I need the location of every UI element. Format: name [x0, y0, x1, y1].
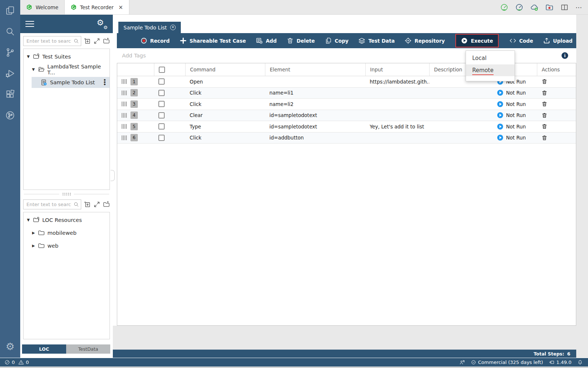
cell-input[interactable]: https://lambdatest.gith...	[365, 76, 429, 87]
new-item-icon[interactable]	[84, 201, 91, 208]
suites-search-input[interactable]	[23, 36, 81, 46]
drag-handle-icon[interactable]	[122, 91, 127, 95]
drag-handle-icon[interactable]	[122, 124, 127, 129]
panel-splitter[interactable]	[20, 191, 113, 197]
cell-description[interactable]	[429, 88, 493, 99]
settings-gear-icon[interactable]: ⚙	[0, 335, 20, 358]
delete-step-icon[interactable]	[541, 90, 548, 96]
editor-tab-sample-todo-list[interactable]: Sample Todo List ✕	[118, 22, 181, 33]
test-hub-icon[interactable]	[0, 105, 20, 126]
cell-input[interactable]	[365, 99, 429, 110]
row-checkbox[interactable]	[158, 112, 165, 118]
cell-input[interactable]: Yey, Let's add it to list	[365, 121, 429, 132]
run-step-icon[interactable]	[497, 101, 503, 107]
new-folder-icon[interactable]	[103, 201, 110, 208]
drag-handle-icon[interactable]	[122, 113, 127, 118]
cell-element[interactable]	[265, 76, 365, 87]
delete-step-icon[interactable]	[541, 101, 548, 107]
cell-input[interactable]	[365, 110, 429, 121]
tab-loc[interactable]: LOC	[22, 344, 66, 354]
row-checkbox[interactable]	[158, 101, 165, 107]
caret-down-icon[interactable]: ▼	[26, 218, 30, 222]
files-icon[interactable]	[0, 0, 20, 21]
cell-input[interactable]	[365, 132, 429, 144]
recorder-folder-icon[interactable]	[545, 3, 553, 11]
kebab-menu-icon[interactable]: •••	[103, 79, 107, 86]
cell-command[interactable]: Click	[185, 132, 265, 144]
add-button[interactable]: Add	[256, 37, 277, 44]
run-step-icon[interactable]	[497, 90, 503, 96]
cell-command[interactable]: Open	[185, 76, 265, 87]
upload-button[interactable]: Upload	[543, 37, 573, 44]
errors-indicator[interactable]: 0	[4, 360, 15, 365]
repository-button[interactable]: Repository	[405, 37, 445, 44]
splitter-grip[interactable]	[62, 192, 71, 196]
drag-handle-icon[interactable]	[122, 102, 127, 106]
delete-step-icon[interactable]	[541, 78, 548, 85]
close-icon[interactable]: ×	[118, 4, 123, 11]
delete-button[interactable]: Delete	[287, 37, 315, 44]
run-step-icon[interactable]	[497, 112, 503, 118]
resources-search-input[interactable]	[23, 199, 81, 209]
shareable-test-case-button[interactable]: Shareable Test Case	[180, 37, 246, 44]
tab-welcome[interactable]: Welcome	[20, 0, 65, 14]
speed-gauge-icon[interactable]	[515, 3, 523, 11]
tree-item-lambdatest-sample[interactable]: ▼ LambdaTest Sample T...	[24, 64, 110, 75]
feedback-person-icon[interactable]	[459, 360, 465, 365]
tree-item-test-suites[interactable]: ▼ Test Suites	[24, 51, 110, 62]
source-control-icon[interactable]	[0, 42, 20, 63]
copy-button[interactable]: Copy	[325, 37, 349, 44]
row-checkbox[interactable]	[158, 90, 165, 96]
code-button[interactable]: Code	[509, 37, 533, 44]
menu-icon[interactable]	[25, 19, 34, 28]
info-icon[interactable]: i	[562, 52, 568, 59]
delete-step-icon[interactable]	[541, 123, 548, 130]
add-tags-input[interactable]	[117, 53, 264, 59]
caret-down-icon[interactable]: ▼	[32, 67, 35, 71]
extensions-icon[interactable]	[0, 84, 20, 105]
cell-command[interactable]: Type	[185, 121, 265, 132]
notifications-bell-icon[interactable]	[577, 360, 583, 365]
execute-menu-local[interactable]: Local	[466, 51, 514, 64]
settings-gears-icon[interactable]: ⚙⚙	[97, 19, 108, 29]
new-item-icon[interactable]	[84, 38, 91, 45]
drag-handle-icon[interactable]	[122, 135, 127, 140]
cloud-add-icon[interactable]	[530, 3, 538, 11]
caret-right-icon[interactable]: ▶	[32, 231, 35, 235]
cell-element[interactable]: name=li2	[265, 99, 365, 110]
search-icon[interactable]	[0, 21, 20, 42]
execute-button[interactable]: Execute	[455, 34, 498, 47]
run-step-icon[interactable]	[497, 135, 503, 141]
more-icon[interactable]: ⋯	[576, 4, 582, 11]
cell-element[interactable]: id=addbutton	[265, 132, 365, 144]
cell-description[interactable]	[429, 132, 493, 144]
row-checkbox[interactable]	[158, 123, 165, 130]
run-debug-icon[interactable]	[0, 63, 20, 84]
cell-element[interactable]: name=li1	[265, 88, 365, 99]
cell-command[interactable]: Click	[185, 99, 265, 110]
close-icon[interactable]: ✕	[170, 25, 176, 30]
new-folder-icon[interactable]	[103, 38, 110, 45]
version-indicator[interactable]: 1.49.0	[549, 360, 571, 365]
row-checkbox[interactable]	[158, 135, 165, 141]
tab-test-recorder[interactable]: Test Recorder ×	[65, 0, 129, 14]
cell-description[interactable]	[429, 110, 493, 121]
tree-item-web[interactable]: ▶ web	[24, 240, 110, 251]
cell-description[interactable]	[429, 99, 493, 110]
cell-command[interactable]: Clear	[185, 110, 265, 121]
record-button[interactable]: Record	[140, 37, 170, 44]
tree-item-loc-resources[interactable]: ▼ LOC Resources	[24, 215, 110, 225]
speed-gauge-green-icon[interactable]	[500, 3, 508, 11]
cell-element[interactable]: id=sampletodotext	[265, 110, 365, 121]
execute-menu-remote[interactable]: Remote	[466, 64, 514, 76]
cell-element[interactable]: id=sampletodotext	[265, 121, 365, 132]
delete-step-icon[interactable]	[541, 112, 548, 118]
license-indicator[interactable]: Commercial (325 days left)	[471, 360, 543, 365]
select-all-checkbox[interactable]	[159, 67, 165, 73]
tab-testdata[interactable]: TestData	[66, 344, 110, 354]
sidebar-resize-handle[interactable]	[111, 170, 115, 181]
cell-description[interactable]	[429, 121, 493, 132]
caret-down-icon[interactable]: ▼	[26, 54, 30, 59]
test-data-button[interactable]: Test Data	[358, 37, 395, 44]
row-checkbox[interactable]	[158, 78, 165, 85]
